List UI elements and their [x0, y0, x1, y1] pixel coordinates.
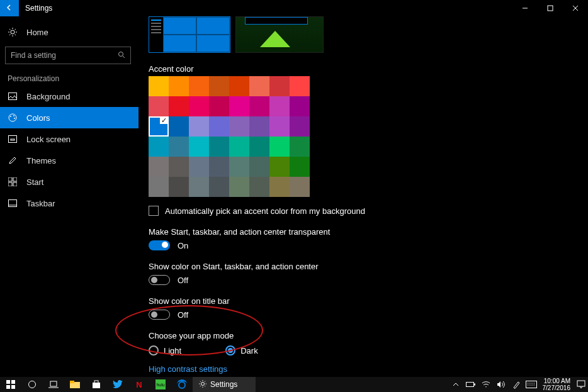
- action-center-icon[interactable]: [574, 377, 588, 392]
- transparency-toggle[interactable]: [149, 240, 170, 250]
- accent-color-swatch[interactable]: [189, 137, 209, 157]
- svg-rect-11: [11, 139, 14, 140]
- twitter-icon[interactable]: [107, 377, 128, 392]
- svg-point-22: [29, 381, 36, 388]
- keyboard-icon[interactable]: [524, 377, 539, 392]
- accent-color-swatch[interactable]: [149, 177, 169, 197]
- high-contrast-link[interactable]: High contrast settings: [149, 364, 227, 374]
- accent-color-swatch[interactable]: [269, 76, 290, 96]
- wifi-icon[interactable]: [478, 377, 494, 392]
- hulu-icon[interactable]: hulu: [150, 377, 171, 392]
- show-color-toggle[interactable]: [149, 275, 170, 285]
- running-app-settings[interactable]: Settings: [193, 377, 256, 392]
- accent-color-swatch[interactable]: [229, 76, 249, 96]
- accent-color-swatch[interactable]: [169, 137, 189, 157]
- accent-color-swatch[interactable]: [189, 76, 209, 96]
- volume-icon[interactable]: [494, 377, 509, 392]
- accent-color-swatch[interactable]: [290, 157, 310, 177]
- accent-color-swatch[interactable]: [229, 137, 249, 157]
- file-explorer-icon[interactable]: [64, 377, 86, 392]
- tray-chevron-icon[interactable]: [448, 377, 463, 392]
- battery-icon[interactable]: [463, 377, 478, 392]
- accent-color-swatch[interactable]: [269, 177, 290, 197]
- accent-color-swatch[interactable]: [189, 177, 209, 197]
- accent-color-swatch[interactable]: [290, 177, 310, 197]
- sidebar-item-lock-screen[interactable]: Lock screen: [0, 128, 139, 150]
- auto-pick-label: Automatically pick an accent color from …: [165, 206, 365, 216]
- sidebar-item-background[interactable]: Background: [0, 86, 139, 107]
- svg-point-9: [14, 118, 15, 119]
- accent-color-swatch[interactable]: [249, 137, 269, 157]
- maximize-button[interactable]: [538, 0, 563, 16]
- accent-color-swatch[interactable]: [229, 157, 249, 177]
- accent-color-swatch[interactable]: [249, 157, 269, 177]
- accent-color-swatch[interactable]: [229, 96, 249, 116]
- accent-color-swatch[interactable]: [169, 177, 189, 197]
- close-button[interactable]: [563, 0, 588, 16]
- sidebar-item-themes[interactable]: Themes: [0, 150, 139, 171]
- system-clock[interactable]: 10:00 AM 7/27/2016: [539, 378, 575, 391]
- sidebar-item-taskbar[interactable]: Taskbar: [0, 193, 139, 214]
- sidebar-item-colors[interactable]: Colors: [0, 107, 139, 128]
- accent-color-swatch[interactable]: [149, 76, 169, 96]
- show-title-toggle[interactable]: [149, 310, 170, 320]
- accent-color-swatch[interactable]: [149, 157, 169, 177]
- app-mode-dark-radio[interactable]: [225, 345, 235, 356]
- accent-color-grid: [149, 76, 310, 197]
- accent-color-swatch[interactable]: [290, 76, 310, 96]
- app-mode-light-label: Light: [164, 346, 181, 356]
- sidebar-home[interactable]: Home: [0, 21, 139, 43]
- accent-color-swatch[interactable]: [169, 76, 189, 96]
- accent-color-swatch[interactable]: [290, 116, 310, 137]
- accent-color-swatch[interactable]: [149, 137, 169, 157]
- accent-color-swatch[interactable]: [269, 116, 290, 137]
- accent-color-swatch[interactable]: [209, 116, 229, 137]
- color-preview-row: [149, 16, 588, 53]
- ink-workspace-icon[interactable]: [509, 377, 524, 392]
- netflix-icon[interactable]: N: [128, 377, 150, 392]
- accent-color-swatch[interactable]: [249, 116, 269, 137]
- store-icon[interactable]: [86, 377, 107, 392]
- accent-color-swatch[interactable]: [229, 116, 249, 137]
- accent-color-swatch[interactable]: [269, 96, 290, 116]
- minimize-button[interactable]: [512, 0, 538, 16]
- cortana-search-icon[interactable]: [21, 377, 43, 392]
- accent-color-swatch[interactable]: [290, 137, 310, 157]
- edge-icon[interactable]: [171, 377, 193, 392]
- accent-color-swatch[interactable]: [209, 157, 229, 177]
- accent-color-swatch[interactable]: [209, 177, 229, 197]
- accent-color-swatch[interactable]: [149, 96, 169, 116]
- accent-color-swatch[interactable]: [189, 96, 209, 116]
- accent-color-swatch[interactable]: [269, 157, 290, 177]
- accent-color-swatch[interactable]: [290, 96, 310, 116]
- svg-rect-32: [474, 384, 475, 386]
- start-tiles-icon: [8, 177, 18, 187]
- sidebar-item-start[interactable]: Start: [0, 171, 139, 193]
- start-button[interactable]: [0, 377, 21, 392]
- sidebar-section-header: Personalization: [0, 68, 139, 86]
- accent-color-swatch[interactable]: [249, 96, 269, 116]
- auto-pick-checkbox[interactable]: [149, 206, 159, 216]
- accent-color-swatch[interactable]: [189, 157, 209, 177]
- svg-rect-31: [466, 383, 473, 387]
- accent-color-swatch[interactable]: [209, 96, 229, 116]
- back-button[interactable]: [0, 0, 19, 16]
- accent-color-swatch[interactable]: [189, 116, 209, 137]
- accent-color-swatch[interactable]: [169, 96, 189, 116]
- task-view-icon[interactable]: [43, 377, 64, 392]
- accent-color-swatch[interactable]: [169, 116, 189, 137]
- accent-color-swatch[interactable]: [209, 76, 229, 96]
- titlebar: Settings: [0, 0, 588, 16]
- svg-rect-15: [13, 182, 17, 186]
- find-setting-input[interactable]: Find a setting: [5, 47, 131, 64]
- accent-color-swatch[interactable]: [249, 177, 269, 197]
- accent-color-swatch[interactable]: [169, 157, 189, 177]
- app-mode-light-radio[interactable]: [149, 345, 159, 356]
- accent-color-swatch[interactable]: [209, 137, 229, 157]
- accent-color-swatch[interactable]: [229, 177, 249, 197]
- taskbar: N hulu Settings: [0, 377, 588, 392]
- accent-color-swatch[interactable]: [249, 76, 269, 96]
- accent-color-swatch[interactable]: [149, 116, 169, 137]
- accent-color-swatch[interactable]: [269, 137, 290, 157]
- svg-rect-19: [11, 380, 15, 384]
